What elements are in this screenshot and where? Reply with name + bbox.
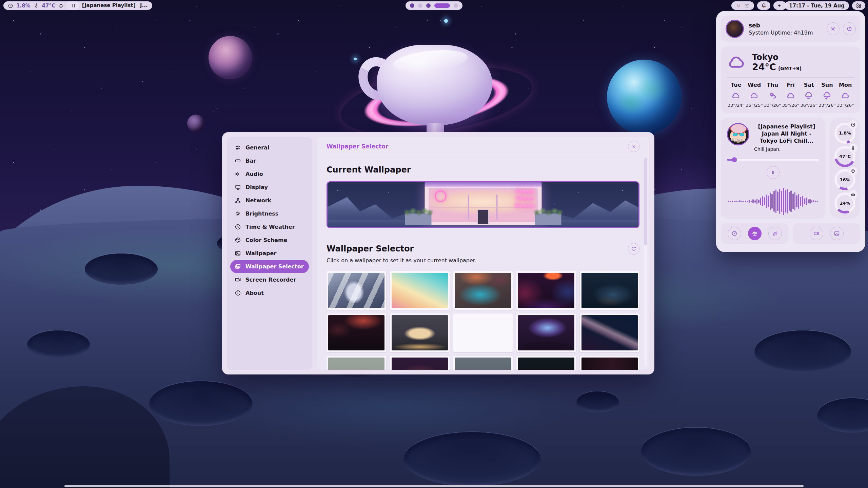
wallpaper-option-sage[interactable]	[327, 356, 386, 370]
planter-right	[535, 214, 561, 225]
forecast-temps: 33°/26°	[836, 103, 854, 108]
disk-gauge-value: 24%	[840, 201, 850, 206]
selector-subtitle: Click on a wallpaper to set it as your c…	[327, 257, 639, 264]
wallpaper-option-purple-ring[interactable]	[453, 313, 513, 352]
workspace-dot-2[interactable]	[418, 3, 422, 8]
sidebar-item-brightness[interactable]: Brightness	[230, 207, 309, 220]
scrollbar-thumb[interactable]	[644, 158, 647, 245]
slider-thumb[interactable]	[732, 157, 737, 162]
sidebar-item-wallpaper[interactable]: Wallpaper	[230, 247, 309, 260]
wallpaper-option-gray-blue[interactable]	[453, 356, 513, 370]
brightness-icon	[235, 210, 241, 217]
wallpaper-option-dark-teal[interactable]	[516, 356, 576, 370]
forecast-day: Sat 36°/26°	[800, 82, 818, 108]
crater	[403, 432, 541, 486]
screenshot-tray-icon[interactable]	[744, 3, 750, 8]
forecast-day: Mon 33°/26°	[836, 82, 854, 108]
wallpaper-option-anime-girl[interactable]	[327, 271, 386, 310]
wallpaper-thumbnail	[328, 358, 384, 370]
forecast-day: Wed 35°/25°	[745, 82, 764, 108]
sidebar-item-bar[interactable]: Bar	[230, 154, 309, 167]
bright-star	[354, 58, 357, 60]
wallpaper-option-lofi-coffee[interactable]	[390, 313, 450, 352]
workspace-dot-5[interactable]	[454, 3, 458, 8]
content-header: Wallpaper Selector	[327, 137, 639, 156]
sidebar-item-about[interactable]: About	[230, 286, 309, 300]
sidebar-item-color-scheme[interactable]: Color Scheme	[230, 233, 309, 247]
clock-pill[interactable]: 17:17 - Tue, 19 Aug	[785, 1, 849, 10]
refresh-button[interactable]	[628, 243, 639, 255]
settings-button[interactable]	[827, 22, 840, 35]
selector-heading: Wallpaper Selector	[327, 244, 414, 253]
powersave-mode-button[interactable]	[768, 227, 782, 240]
sidebar-item-general[interactable]: General	[230, 141, 309, 154]
pause-button[interactable]	[767, 166, 780, 179]
sidebar-item-network[interactable]: Network	[230, 194, 309, 207]
crater	[754, 330, 851, 373]
wallpaper-option-mountain-village[interactable]	[580, 271, 639, 310]
wallpaper-thumbnail	[455, 358, 511, 370]
sidebar-label: Display	[245, 184, 268, 190]
wallpaper-option-pastel-gradient[interactable]	[390, 271, 450, 310]
close-button[interactable]	[628, 141, 639, 152]
wallpaper-option-nebula-forest[interactable]	[516, 313, 576, 352]
wallpaper-grid	[327, 271, 639, 370]
forecast-temps: 33°/24°	[727, 103, 745, 108]
network-icon	[235, 197, 241, 204]
wallpaper-option-red-forest[interactable]	[327, 313, 386, 352]
sidebar-label: General	[245, 144, 269, 151]
notification-pill[interactable]	[757, 1, 770, 10]
sidebar-item-wallpaper-selector[interactable]: Wallpaper Selector	[230, 260, 309, 273]
content-scrollbar[interactable]	[644, 158, 647, 366]
system-uptime: System Uptime: 4h19m	[749, 29, 813, 36]
sliders-icon	[235, 144, 241, 151]
wallpaper-thumbnail	[392, 315, 448, 350]
wallpaper-option-dark-maroon[interactable]	[580, 356, 639, 370]
neon-coffee-logo	[435, 190, 446, 202]
sidebar-label: Wallpaper Selector	[245, 263, 304, 270]
a-board-sign	[477, 209, 489, 224]
crater	[576, 391, 619, 412]
sidebar-item-audio[interactable]: Audio	[230, 167, 309, 181]
performance-mode-button[interactable]	[728, 227, 741, 240]
system-tray-pill[interactable]	[731, 1, 754, 10]
screen-record-button[interactable]	[810, 227, 823, 240]
ram-gauge-value: 16%	[840, 177, 850, 182]
cpu-gauge: 1.8%	[834, 123, 855, 144]
workspace-dot-3[interactable]	[426, 3, 431, 8]
sidebar-item-display[interactable]: Display	[230, 181, 309, 194]
wallpaper-thumbnail	[518, 358, 574, 370]
balanced-mode-button[interactable]	[748, 227, 762, 240]
neon-line-3: Beans	[514, 202, 534, 209]
chip-icon	[58, 3, 64, 8]
sidebar-label: Time & Weather	[245, 224, 295, 230]
sidebar-item-time-weather[interactable]: Time & Weather	[230, 220, 309, 233]
waveform	[727, 184, 819, 219]
wallpaper-option-neon-arcade[interactable]	[516, 271, 576, 310]
page-title: Wallpaper Selector	[327, 143, 388, 150]
wallpaper-option-mesh-wave[interactable]	[580, 313, 639, 352]
forecast-day: Fri 35°/26°	[782, 82, 800, 108]
power-button[interactable]	[843, 22, 856, 35]
slider-track	[727, 159, 819, 161]
pause-icon	[771, 170, 775, 175]
dashboard-pill[interactable]	[852, 1, 865, 10]
image-icon	[834, 230, 840, 237]
media-player-pill[interactable]: 【Japanese Playlist】 J...	[66, 1, 152, 10]
workspace-indicator[interactable]	[406, 1, 462, 10]
forecast-day: Thu 33°/26°	[763, 82, 782, 108]
tray-app-icon[interactable]	[736, 3, 741, 8]
wallpaper-option-autumn-forest[interactable]	[390, 356, 450, 370]
wallpaper-thumbnail	[455, 273, 511, 308]
seek-slider[interactable]	[727, 157, 819, 162]
workspace-dot-1[interactable]	[410, 3, 414, 8]
disk-gauge: 24%	[834, 192, 855, 214]
wallpaper-thumbnail	[455, 315, 511, 350]
wallpaper-option-blur-abstract[interactable]	[453, 271, 513, 310]
wallpaper-thumbnail	[328, 273, 384, 308]
wallpaper-shortcut-button[interactable]	[830, 227, 844, 240]
sidebar-item-screen-recorder[interactable]: Screen Recorder	[230, 273, 309, 286]
workspace-dot-4[interactable]	[434, 3, 450, 8]
settings-content: Wallpaper Selector Current Wallpaper Fre…	[317, 137, 649, 370]
current-wallpaper-preview[interactable]: Fresh Moon Beans	[327, 181, 639, 228]
